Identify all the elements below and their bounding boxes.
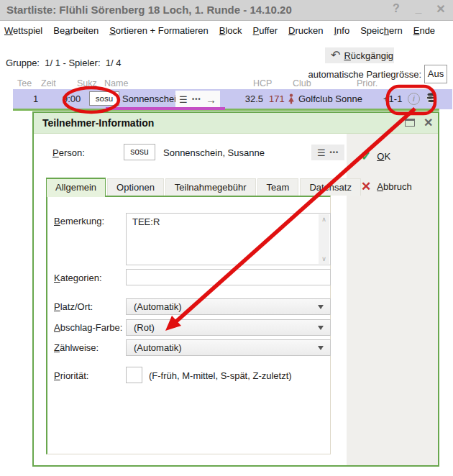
ok-button[interactable]: ✓ OK <box>361 149 390 164</box>
tab-optionen[interactable]: Optionen <box>107 178 164 196</box>
column-header-tee: Tee <box>17 78 32 88</box>
abschlag-farbe-label: Abschlag-Farbe: <box>54 322 122 333</box>
row-player-name: Sonnenschein, Sus <box>122 93 175 104</box>
dialog-title: Teilnehmer-Information <box>42 117 154 129</box>
column-header-club: Club <box>293 78 311 88</box>
undo-button[interactable]: ↶ Rückgängig <box>325 47 394 63</box>
person-lookup-toolbar: ☰ ••• <box>311 145 344 160</box>
menu-item-wettspiel[interactable]: Wettspiel <box>4 25 42 40</box>
column-header-name: Name <box>104 78 128 88</box>
menu-item-speichern[interactable]: Speichern <box>360 25 403 40</box>
group-player-counter: Gruppe: 1/ 1 - Spieler: 1/ 4 <box>6 58 121 68</box>
cancel-label: Abbruch <box>377 181 411 192</box>
prioritaet-checkbox[interactable] <box>126 367 142 383</box>
kategorien-label: Kategorien: <box>54 273 102 283</box>
cancel-button[interactable]: ✕ Abbruch <box>361 179 412 194</box>
menu-item-drucken[interactable]: Drucken <box>288 25 323 40</box>
tab-datensatz[interactable]: Datensatz <box>300 178 361 196</box>
bemerkung-scrollbar[interactable]: ∧ ∨ <box>319 214 329 264</box>
dialog-titlebar: Teilnehmer-Information ✕ <box>34 113 438 134</box>
row-tee: 1 <box>33 93 38 104</box>
undo-icon: ↶ <box>331 50 340 60</box>
menu-item-sortieren-formatieren[interactable]: Sortieren + Formatieren <box>109 25 209 40</box>
row-highlight-marker <box>106 107 225 110</box>
person-label: Person: <box>52 147 85 158</box>
data-records-icon[interactable] <box>424 91 437 106</box>
window-title: Startliste: Flühli Sörenberg 18 Loch, 1.… <box>6 4 292 16</box>
player-gender-icon <box>287 93 296 106</box>
window-titlebar: Startliste: Flühli Sörenberg 18 Loch, 1.… <box>0 0 453 21</box>
zaehlweise-select[interactable]: (Automatik) <box>126 339 331 356</box>
tab-teilnahmegebuehr[interactable]: Teilnahmegebühr <box>165 178 256 196</box>
check-icon: ✓ <box>361 149 371 164</box>
arrow-right-icon[interactable]: → <box>206 93 216 106</box>
table-row[interactable]: 1 9:00 sosu Sonnenschein, Sus ☰ ••• → 32… <box>13 89 452 109</box>
column-header-zeit: Zeit <box>41 78 56 88</box>
row-club: Golfclub Sonne <box>298 93 362 104</box>
bemerkung-label: Bemerkung: <box>54 216 104 226</box>
chevron-down-icon <box>318 305 324 309</box>
dialog-close-icon[interactable]: ✕ <box>424 116 433 129</box>
kategorien-field[interactable] <box>126 269 331 285</box>
teilnehmer-information-dialog: Teilnehmer-Information ✕ Person: sosu So… <box>32 111 439 467</box>
menu-item-puffer[interactable]: Puffer <box>253 25 278 40</box>
column-header-hcp: HCP <box>253 78 272 88</box>
tab-allgemein[interactable]: Allgemein <box>46 178 106 197</box>
row-hcp: 32.5 <box>242 93 263 104</box>
bemerkung-textarea[interactable]: TEE:R <box>126 213 331 265</box>
scroll-down-icon[interactable]: ∨ <box>321 255 326 262</box>
partiegroesse-toggle-button[interactable]: Aus <box>424 65 447 83</box>
tab-team[interactable]: Team <box>257 178 299 196</box>
ok-label: OK <box>377 151 390 162</box>
info-circle-icon[interactable]: i <box>408 93 420 105</box>
menu-item-block[interactable]: Block <box>219 25 242 40</box>
chevron-down-icon <box>318 346 324 350</box>
row-club-number: 171 <box>269 93 285 104</box>
zaehlweise-label: Zählweise: <box>54 342 99 353</box>
dialog-tab-bar: Allgemein Optionen Teilnahmegebühr Team … <box>46 177 362 196</box>
app-window: Startliste: Flühli Sörenberg 18 Loch, 1.… <box>0 0 453 476</box>
chevron-down-icon <box>318 326 324 330</box>
scroll-up-icon[interactable]: ∧ <box>321 216 326 223</box>
column-header-sukz: Sukz <box>77 78 97 88</box>
row-zeit: 9:00 <box>63 93 81 104</box>
menu-item-ende[interactable]: Ende <box>413 25 435 40</box>
hamburger-icon[interactable]: ☰ <box>317 147 326 158</box>
more-options-icon[interactable]: ••• <box>192 96 201 103</box>
menu-item-info[interactable]: Info <box>334 25 349 40</box>
prioritaet-hint: (F-früh, M-mittel, S-spät, Z-zuletzt) <box>149 370 292 381</box>
platz-ort-label: Platz/Ort: <box>54 301 93 312</box>
cross-icon: ✕ <box>361 179 371 194</box>
platz-ort-select[interactable]: (Automatik) <box>126 298 331 315</box>
close-icon[interactable]: ✕ <box>433 2 449 16</box>
menu-item-bearbeiten[interactable]: Bearbeiten <box>53 25 99 40</box>
more-options-icon[interactable]: ••• <box>330 149 339 156</box>
person-name: Sonnenschein, Susanne <box>163 147 265 158</box>
minimize-icon[interactable]: _ <box>411 2 426 15</box>
undo-label: Rückgängig <box>344 50 393 61</box>
row-prior: +1-1 <box>383 93 402 104</box>
column-header-prior: Prior. <box>357 78 378 88</box>
help-icon[interactable]: ? <box>388 2 404 15</box>
abschlag-farbe-select[interactable]: (Rot) <box>126 319 331 336</box>
menu-bar: Wettspiel Bearbeiten Sortieren + Formati… <box>0 21 453 40</box>
row-inline-toolbar: ☰ ••• → <box>175 91 220 108</box>
prioritaet-label: Priorität: <box>54 370 88 381</box>
hamburger-icon[interactable]: ☰ <box>179 94 188 105</box>
row-selection-underline <box>13 109 439 111</box>
row-sukz-code[interactable]: sosu <box>89 91 119 106</box>
restore-window-icon[interactable] <box>405 119 415 127</box>
person-code-field[interactable]: sosu <box>124 144 155 160</box>
